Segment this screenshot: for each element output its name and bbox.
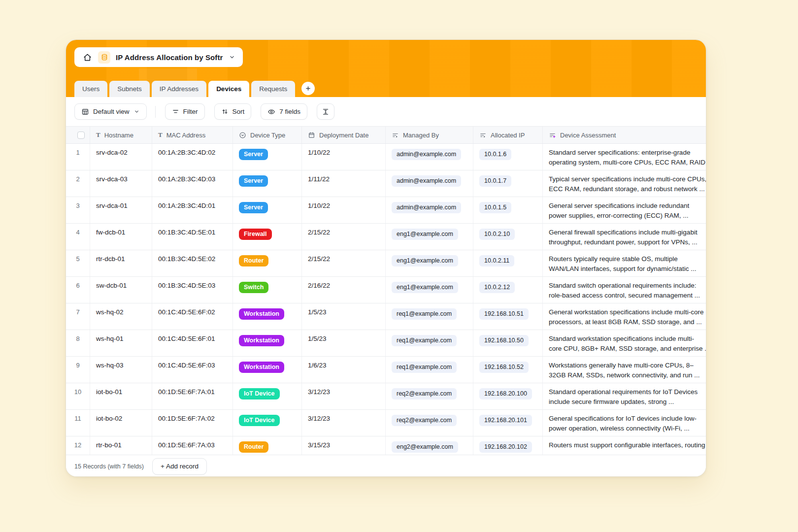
column-header-device-assessment[interactable]: Device Assessment (542, 127, 706, 143)
tab-subnets[interactable]: Subnets (109, 81, 150, 97)
tab-users[interactable]: Users (74, 81, 107, 97)
cell-deployment-date[interactable]: 2/16/22 (301, 277, 385, 303)
cell-device-assessment[interactable]: Standard switch operational requirements… (542, 277, 706, 303)
row-height-button[interactable] (317, 103, 334, 120)
cell-device-type[interactable]: IoT Device (233, 410, 301, 436)
cell-mac-address[interactable]: 00:1C:4D:5E:6F:02 (152, 303, 233, 330)
cell-device-assessment[interactable]: Routers typically require stable OS, mul… (542, 250, 706, 276)
cell-allocated-ip[interactable]: 10.0.2.10 (473, 224, 542, 250)
tab-devices[interactable]: Devices (208, 81, 249, 97)
cell-allocated-ip[interactable]: 192.168.10.50 (473, 330, 542, 356)
cell-managed-by[interactable]: eng2@example.com (385, 436, 473, 455)
cell-device-type[interactable]: Server (233, 144, 301, 170)
cell-mac-address[interactable]: 00:1D:5E:6F:7A:02 (152, 410, 233, 436)
cell-managed-by[interactable]: admin@example.com (385, 144, 473, 170)
cell-managed-by[interactable]: admin@example.com (385, 170, 473, 197)
cell-hostname[interactable]: iot-bo-02 (90, 410, 152, 436)
tab-ip-addresses[interactable]: IP Addresses (152, 81, 206, 97)
cell-hostname[interactable]: fw-dcb-01 (90, 224, 152, 250)
cell-mac-address[interactable]: 00:1B:3C:4D:5E:01 (152, 224, 233, 250)
cell-hostname[interactable]: rtr-bo-01 (90, 436, 152, 455)
chevron-down-icon[interactable] (229, 54, 235, 61)
cell-deployment-date[interactable]: 1/5/23 (301, 303, 385, 330)
cell-managed-by[interactable]: req2@example.com (385, 383, 473, 409)
row-number[interactable]: 9 (66, 357, 90, 383)
select-all-cell[interactable] (66, 127, 90, 143)
add-tab-button[interactable] (301, 82, 315, 95)
column-header-managed-by[interactable]: Managed By (385, 127, 473, 143)
cell-deployment-date[interactable]: 1/10/22 (301, 144, 385, 170)
cell-deployment-date[interactable]: 2/15/22 (301, 224, 385, 250)
cell-managed-by[interactable]: eng1@example.com (385, 224, 473, 250)
cell-device-assessment[interactable]: Typical server specifications include mu… (542, 170, 706, 197)
cell-allocated-ip[interactable]: 10.0.1.6 (473, 144, 542, 170)
add-record-button[interactable]: + Add record (152, 458, 207, 475)
cell-hostname[interactable]: srv-dca-03 (90, 170, 152, 197)
base-switcher[interactable]: IP Address Allocation by Softr (74, 47, 243, 67)
row-number[interactable]: 3 (66, 197, 90, 223)
column-header-hostname[interactable]: THostname (90, 127, 152, 143)
cell-allocated-ip[interactable]: 192.168.20.100 (473, 383, 542, 409)
cell-allocated-ip[interactable]: 10.0.1.5 (473, 197, 542, 223)
cell-device-type[interactable]: Firewall (233, 224, 301, 250)
sort-button[interactable]: Sort (214, 103, 252, 120)
cell-device-assessment[interactable]: General firewall specifications include … (542, 224, 706, 250)
cell-deployment-date[interactable]: 1/6/23 (301, 357, 385, 383)
cell-device-type[interactable]: Switch (233, 277, 301, 303)
cell-allocated-ip[interactable]: 192.168.10.51 (473, 303, 542, 330)
cell-allocated-ip[interactable]: 10.0.2.12 (473, 277, 542, 303)
cell-mac-address[interactable]: 00:1B:3C:4D:5E:02 (152, 250, 233, 276)
home-icon[interactable] (82, 52, 93, 63)
row-number[interactable]: 11 (66, 410, 90, 436)
cell-hostname[interactable]: ws-hq-01 (90, 330, 152, 356)
column-header-mac-address[interactable]: TMAC Address (152, 127, 233, 143)
cell-deployment-date[interactable]: 1/10/22 (301, 197, 385, 223)
column-header-device-type[interactable]: Device Type (233, 127, 301, 143)
row-number[interactable]: 12 (66, 436, 90, 455)
cell-device-type[interactable]: Server (233, 170, 301, 197)
cell-allocated-ip[interactable]: 192.168.10.52 (473, 357, 542, 383)
cell-mac-address[interactable]: 00:1A:2B:3C:4D:01 (152, 197, 233, 223)
cell-deployment-date[interactable]: 1/5/23 (301, 330, 385, 356)
cell-deployment-date[interactable]: 3/12/23 (301, 410, 385, 436)
cell-mac-address[interactable]: 00:1A:2B:3C:4D:02 (152, 144, 233, 170)
cell-device-assessment[interactable]: Standard workstation specifications incl… (542, 330, 706, 356)
cell-allocated-ip[interactable]: 10.0.2.11 (473, 250, 542, 276)
cell-device-type[interactable]: Router (233, 250, 301, 276)
cell-hostname[interactable]: rtr-dcb-01 (90, 250, 152, 276)
row-number[interactable]: 8 (66, 330, 90, 356)
tab-requests[interactable]: Requests (251, 81, 295, 97)
cell-device-type[interactable]: Router (233, 436, 301, 455)
cell-device-type[interactable]: Server (233, 197, 301, 223)
cell-device-assessment[interactable]: Standard operational requirements for Io… (542, 383, 706, 409)
cell-device-assessment[interactable]: General specifications for IoT devices i… (542, 410, 706, 436)
select-all-checkbox[interactable] (77, 132, 85, 139)
cell-device-assessment[interactable]: General workstation specifications inclu… (542, 303, 706, 330)
cell-mac-address[interactable]: 00:1C:4D:5E:6F:01 (152, 330, 233, 356)
row-number[interactable]: 4 (66, 224, 90, 250)
row-number[interactable]: 5 (66, 250, 90, 276)
cell-hostname[interactable]: ws-hq-02 (90, 303, 152, 330)
cell-managed-by[interactable]: req1@example.com (385, 357, 473, 383)
cell-managed-by[interactable]: req1@example.com (385, 330, 473, 356)
cell-managed-by[interactable]: req2@example.com (385, 410, 473, 436)
cell-allocated-ip[interactable]: 10.0.1.7 (473, 170, 542, 197)
cell-hostname[interactable]: sw-dcb-01 (90, 277, 152, 303)
cell-allocated-ip[interactable]: 192.168.20.101 (473, 410, 542, 436)
cell-mac-address[interactable]: 00:1B:3C:4D:5E:03 (152, 277, 233, 303)
cell-allocated-ip[interactable]: 192.168.20.102 (473, 436, 542, 455)
cell-deployment-date[interactable]: 3/12/23 (301, 383, 385, 409)
cell-managed-by[interactable]: eng1@example.com (385, 277, 473, 303)
cell-device-assessment[interactable]: Workstations generally have multi-core C… (542, 357, 706, 383)
cell-device-type[interactable]: IoT Device (233, 383, 301, 409)
cell-mac-address[interactable]: 00:1A:2B:3C:4D:03 (152, 170, 233, 197)
row-number[interactable]: 7 (66, 303, 90, 330)
cell-managed-by[interactable]: eng1@example.com (385, 250, 473, 276)
view-switcher-button[interactable]: Default view (74, 103, 147, 120)
cell-device-type[interactable]: Workstation (233, 303, 301, 330)
row-number[interactable]: 6 (66, 277, 90, 303)
cell-deployment-date[interactable]: 1/11/22 (301, 170, 385, 197)
cell-device-assessment[interactable]: Routers must support configurable interf… (542, 436, 706, 455)
cell-managed-by[interactable]: admin@example.com (385, 197, 473, 223)
cell-hostname[interactable]: srv-dca-02 (90, 144, 152, 170)
